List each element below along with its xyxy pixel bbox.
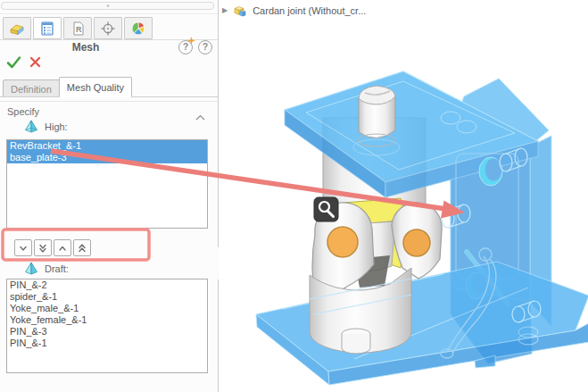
- close-icon: [29, 55, 42, 69]
- collapse-group-button[interactable]: [195, 108, 205, 124]
- tab-definition[interactable]: Definition: [3, 79, 60, 97]
- draft-quality-row: Draft:: [24, 262, 69, 275]
- specify-group-label: Specify: [7, 106, 39, 117]
- question-glyph: ?: [203, 42, 208, 52]
- double-chevron-down-icon: [37, 243, 48, 254]
- cancel-button[interactable]: [28, 54, 43, 70]
- property-manager-panel: R: [0, 0, 218, 392]
- panel-actions: [6, 54, 43, 70]
- tab-mesh-quality[interactable]: Mesh Quality: [59, 77, 132, 97]
- ok-button[interactable]: [6, 54, 21, 70]
- quick-tip-icon[interactable]: ?: [178, 40, 193, 54]
- solidworks-window: R: [0, 0, 588, 392]
- divider: [0, 101, 218, 102]
- chevron-up-icon: [57, 243, 68, 254]
- move-all-down-button[interactable]: [34, 239, 52, 256]
- tab-property-manager[interactable]: [33, 17, 62, 39]
- mesh-sub-tabs: Definition Mesh Quality: [3, 77, 132, 97]
- chevron-down-icon: [18, 243, 29, 254]
- configurations-tab-icon: R: [70, 21, 86, 37]
- help-icon[interactable]: ?: [198, 40, 212, 54]
- star-icon: [187, 37, 195, 45]
- display-pane-tab-icon: [130, 21, 146, 37]
- list-item[interactable]: Yoke_female_&-1: [7, 314, 207, 326]
- pin-left[interactable]: [327, 227, 358, 257]
- panel-splitter-bar[interactable]: [1, 2, 214, 10]
- tab-configurations[interactable]: R: [63, 17, 92, 39]
- list-item[interactable]: PIN_&-3: [7, 326, 207, 338]
- tab-dimxpert[interactable]: [94, 17, 122, 39]
- list-item[interactable]: spider_&-1: [7, 291, 207, 303]
- high-label: High:: [45, 121, 68, 132]
- double-chevron-up-icon: [77, 243, 87, 254]
- high-quality-row: High:: [24, 120, 68, 133]
- cardan-joint-model[interactable]: [220, 0, 588, 392]
- base-plate[interactable]: [256, 262, 588, 385]
- dimxpert-tab-icon: [100, 21, 116, 37]
- move-all-up-button[interactable]: [73, 239, 91, 256]
- tab-feature-manager[interactable]: [3, 17, 31, 39]
- propertymanager-tab-icon: [39, 21, 55, 37]
- list-item[interactable]: PIN_&-1: [7, 338, 207, 349]
- move-down-button[interactable]: [14, 239, 32, 256]
- splitter-grip-icon: [106, 4, 109, 7]
- high-mesh-icon: [24, 120, 38, 133]
- page-title: Mesh: [0, 41, 171, 54]
- svg-text:R: R: [76, 25, 82, 34]
- draft-label: Draft:: [45, 263, 69, 274]
- model-tab-icon: [8, 21, 26, 37]
- list-item[interactable]: PIN_&-2: [7, 279, 207, 291]
- draft-quality-list[interactable]: PIN_&-2spider_&-1Yoke_male_&-1Yoke_femal…: [6, 279, 208, 373]
- high-quality-list[interactable]: RevBracket_&-1base_plate-3: [6, 139, 208, 229]
- tab-display-pane[interactable]: [124, 17, 153, 39]
- panel-help-icons: ? ?: [178, 40, 212, 54]
- draft-mesh-icon: [24, 262, 38, 275]
- divider: [0, 13, 218, 14]
- list-item[interactable]: Yoke_male_&-1: [7, 303, 207, 314]
- check-icon: [6, 55, 21, 70]
- chevron-up-icon: [195, 114, 205, 121]
- move-up-button[interactable]: [54, 239, 71, 256]
- list-item[interactable]: RevBracket_&-1: [7, 140, 207, 152]
- panel-tabstrip: R: [3, 17, 153, 39]
- pin-right[interactable]: [403, 229, 430, 256]
- move-buttons: [14, 239, 91, 256]
- list-item[interactable]: base_plate-3: [7, 152, 207, 163]
